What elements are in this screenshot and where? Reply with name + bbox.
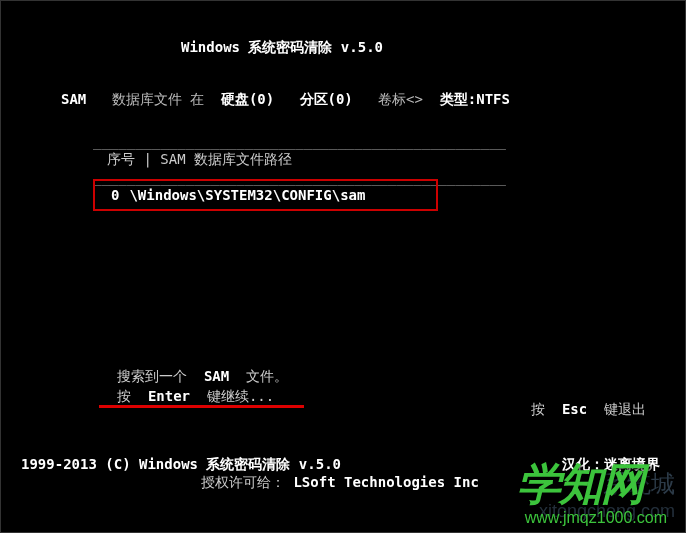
- partition-label: 分区(0): [283, 91, 353, 107]
- disk-label: 硬盘(0): [212, 91, 274, 107]
- sam-bold: SAM: [195, 368, 237, 384]
- volume-label: 卷标<>: [361, 91, 423, 107]
- db-file-label: 数据库文件 在: [95, 91, 204, 107]
- type-prefix: [431, 91, 439, 107]
- col-path: SAM 数据库文件路径: [160, 151, 292, 167]
- row-path: \Windows\SYSTEM32\CONFIG\sam: [129, 187, 365, 203]
- type-label: 类型:NTFS: [440, 91, 510, 107]
- esc-message: 按 Esc 键退出: [531, 401, 646, 419]
- row-index: 0: [111, 187, 119, 203]
- copyright: 1999-2013 (C) Windows 系统密码清除 v.5.0: [21, 456, 341, 474]
- sam-file-row[interactable]: 0 \Windows\SYSTEM32\CONFIG\sam: [93, 179, 438, 211]
- column-headers: 序号 | SAM 数据库文件路径: [107, 151, 292, 169]
- col-index: 序号: [107, 151, 135, 167]
- watermark-url: www.jmqz1000.com: [525, 509, 667, 527]
- location-line: SAM 数据库文件 在 硬盘(0) 分区(0) 卷标<> 类型:NTFS: [61, 91, 510, 109]
- red-underline: [99, 405, 304, 408]
- license-name: LSoft Technologies Inc: [293, 474, 478, 490]
- sam-label: SAM: [61, 91, 86, 107]
- enter-key: Enter: [139, 388, 198, 404]
- col-sep: |: [143, 151, 151, 167]
- license: 授权许可给： LSoft Technologies Inc: [201, 474, 479, 492]
- watermark-logo: 学知网: [517, 455, 643, 514]
- esc-key: Esc: [553, 401, 595, 417]
- separator-top: ________________________________________…: [93, 133, 506, 149]
- app-title: Windows 系统密码清除 v.5.0: [181, 39, 383, 57]
- search-message: 搜索到一个 SAM 文件。 按 Enter 键继续...: [117, 366, 288, 406]
